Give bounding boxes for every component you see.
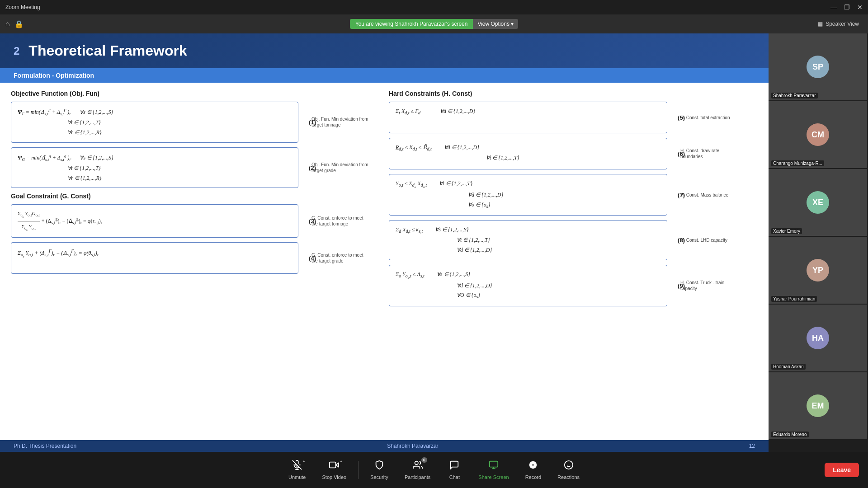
eq-desc-1: Obj. Fun. Min deviation from target tonn… bbox=[311, 116, 370, 128]
hc-formula-box-6: Rd,t ≤ Xd,t ≤ R̄d,t ∀d ∈ {1,2,...,D} ∀t … bbox=[389, 138, 667, 169]
participant-name-2: Charango Munizaga-R... bbox=[771, 160, 824, 166]
participant-name-3: Xavier Emery bbox=[771, 228, 802, 234]
formula-box-2: ΨG = min(Δ̄s,tg + Δs,tg )r ∀s ∈ {1,2,...… bbox=[11, 147, 298, 188]
shield-icon bbox=[374, 460, 384, 473]
hc-formula-box-8: Σd Xd,t ≤ κs,t ∀s ∈ {1,2,...,S} ∀t ∈ {1,… bbox=[389, 220, 667, 260]
slide-right: Hard Constraints (H. Const) Σt Xd,t ≤ Γd… bbox=[389, 90, 758, 433]
top-left-icons: ⌂ 🔒 bbox=[5, 20, 24, 28]
toolbar-divider-1 bbox=[358, 461, 359, 479]
security-button[interactable]: Security bbox=[362, 456, 396, 483]
eq-desc-2: Obj. Fun. Min deviation from target grad… bbox=[311, 162, 370, 174]
chat-button[interactable]: Chat bbox=[439, 456, 470, 483]
leave-button[interactable]: Leave bbox=[825, 463, 859, 477]
participant-sidebar: SP Shahrokh Paravarzar CM Charango Muniz… bbox=[769, 33, 868, 452]
title-bar: Zoom Meeting — ❐ ✕ bbox=[0, 0, 868, 14]
minimize-button[interactable]: — bbox=[830, 4, 837, 11]
share-screen-icon bbox=[489, 460, 499, 473]
stop-video-caret[interactable]: ▲ bbox=[339, 459, 343, 463]
hc-formula-5-wrapper: Σt Xd,t ≤ Γd ∀d ∈ {1,2,...,D} (5) H. Con… bbox=[389, 102, 667, 133]
share-screen-button[interactable]: Share Screen bbox=[470, 456, 517, 483]
slide-body: Objective Function (Obj. Fun) ΨΓ = min(Δ… bbox=[0, 83, 769, 440]
formula-4-wrapper: Σos Yo,t + (Δs,tΓ)r − (Δ̄s,tΓ)r = φ(θs,t… bbox=[11, 242, 298, 274]
formula-4-text: Σos Yo,t + (Δs,tΓ)r − (Δ̄s,tΓ)r = φ(θs,t… bbox=[18, 247, 292, 260]
participant-card-2[interactable]: CM Charango Munizaga-R... bbox=[769, 101, 867, 168]
formula-box-1: ΨΓ = min(Δ̄s,tΓ + Δs,tΓ )r ∀s ∈ {1,2,...… bbox=[11, 102, 298, 143]
participants-label: Participants bbox=[405, 474, 430, 480]
share-screen-label: Share Screen bbox=[478, 474, 509, 480]
window-controls[interactable]: — ❐ ✕ bbox=[830, 4, 863, 11]
hc-formula-8-wrapper: Σd Xd,t ≤ κs,t ∀s ∈ {1,2,...,S} ∀t ∈ {1,… bbox=[389, 220, 667, 260]
svg-point-11 bbox=[564, 461, 572, 469]
hc-formula-9-wrapper: Σo Yos,t ≤ Λs,t ∀s ∈ {1,2,...,S} ∀d ∈ {1… bbox=[389, 265, 667, 306]
slide-footer: Ph.D. Thesis Presentation Shahrokh Parav… bbox=[0, 440, 769, 452]
participant-video-3: XE bbox=[769, 169, 867, 236]
hc-formula-box-7: Yo,t ≤ Σdo Xdo,t ∀t ∈ {1,2,...,T} ∀d ∈ {… bbox=[389, 174, 667, 216]
hc-formula-6-text: Rd,t ≤ Xd,t ≤ R̄d,t ∀d ∈ {1,2,...,D} ∀t … bbox=[396, 143, 660, 163]
close-button[interactable]: ✕ bbox=[857, 4, 863, 11]
formula-box-4: Σos Yo,t + (Δs,tΓ)r − (Δ̄s,tΓ)r = φ(θs,t… bbox=[11, 242, 298, 274]
mic-off-icon: ▲ bbox=[292, 460, 302, 473]
formula-3-wrapper: Σos Yo,tGo,t Σos Yo,t + (Δs,tg)r − (Δ̄s,… bbox=[11, 204, 298, 238]
formula-1-wrapper: ΨΓ = min(Δ̄s,tΓ + Δs,tΓ )r ∀s ∈ {1,2,...… bbox=[11, 102, 298, 143]
hc-formula-9-text: Σo Yos,t ≤ Λs,t ∀s ∈ {1,2,...,S} ∀d ∈ {1… bbox=[396, 270, 660, 301]
record-icon bbox=[528, 460, 538, 473]
participant-name-4: Yashar Pourrahimian bbox=[771, 296, 817, 302]
participants-badge: 6 bbox=[421, 457, 427, 463]
share-banner: You are viewing Shahrokh Paravarzar's sc… bbox=[350, 19, 473, 29]
people-icon: 6 bbox=[413, 460, 423, 473]
speaker-view-label: Speaker View bbox=[826, 21, 859, 27]
chat-icon bbox=[449, 460, 459, 473]
participant-card-4[interactable]: YP Yashar Pourrahimian bbox=[769, 237, 867, 304]
bottom-toolbar: ▲ Unmute ▲ Stop Video Security bbox=[0, 452, 868, 488]
participant-name-1: Shahrokh Paravarzar bbox=[771, 93, 818, 99]
unmute-caret[interactable]: ▲ bbox=[302, 459, 306, 463]
reactions-button[interactable]: Reactions bbox=[549, 456, 588, 483]
hard-constraints-title: Hard Constraints (H. Const) bbox=[389, 90, 758, 97]
speaker-view-icon: ▦ bbox=[818, 21, 823, 27]
stop-video-button[interactable]: ▲ Stop Video bbox=[314, 456, 355, 483]
slide-header: 2 Theoretical Framework bbox=[0, 33, 769, 68]
maximize-button[interactable]: ❐ bbox=[844, 4, 850, 11]
hc-formula-box-9: Σo Yos,t ≤ Λs,t ∀s ∈ {1,2,...,S} ∀d ∈ {1… bbox=[389, 265, 667, 306]
formula-2-wrapper: ΨG = min(Δ̄s,tg + Δs,tg )r ∀s ∈ {1,2,...… bbox=[11, 147, 298, 188]
participant-card-3[interactable]: XE Xavier Emery bbox=[769, 169, 867, 236]
obj-fun-title: Objective Function (Obj. Fun) bbox=[11, 90, 380, 97]
slide-sub-header: Formulation - Optimization bbox=[0, 68, 769, 83]
stop-video-label: Stop Video bbox=[322, 474, 347, 480]
hc-formula-7-text: Yo,t ≤ Σdo Xdo,t ∀t ∈ {1,2,...,T} ∀d ∈ {… bbox=[396, 179, 660, 211]
view-options-button[interactable]: View Options ▾ bbox=[473, 19, 518, 29]
participant-card-6[interactable]: EM Eduardo Moreno bbox=[769, 372, 867, 439]
participant-video-5: HA bbox=[769, 305, 867, 371]
hc-formula-5-text: Σt Xd,t ≤ Γd ∀d ∈ {1,2,...,D} bbox=[396, 107, 660, 117]
eq-desc-4: G. Const. enforce to meet the target gra… bbox=[311, 252, 370, 264]
participant-video-1: SP bbox=[769, 33, 867, 100]
reactions-icon bbox=[564, 460, 574, 473]
participants-button[interactable]: 6 Participants bbox=[396, 456, 439, 483]
record-button[interactable]: Record bbox=[517, 456, 549, 483]
hc-formula-8-text: Σd Xd,t ≤ κs,t ∀s ∈ {1,2,...,S} ∀t ∈ {1,… bbox=[396, 225, 660, 255]
chat-label: Chat bbox=[449, 474, 460, 480]
unmute-label: Unmute bbox=[288, 474, 306, 480]
speaker-view-button[interactable]: ▦ Speaker View bbox=[818, 21, 859, 27]
hc-formula-box-5: Σt Xd,t ≤ Γd ∀d ∈ {1,2,...,D} (5) H. Con… bbox=[389, 102, 667, 133]
svg-rect-4 bbox=[330, 462, 336, 468]
participant-video-2: CM bbox=[769, 101, 867, 168]
hc-eq-desc-7: H. Const. Mass balance bbox=[680, 192, 739, 197]
formula-box-3: Σos Yo,tGo,t Σos Yo,t + (Δs,tg)r − (Δ̄s,… bbox=[11, 204, 298, 238]
participant-video-6: EM bbox=[769, 372, 867, 439]
hc-formula-7-wrapper: Yo,t ≤ Σdo Xdo,t ∀t ∈ {1,2,...,T} ∀d ∈ {… bbox=[389, 174, 667, 216]
zoom-home-icon[interactable]: ⌂ bbox=[5, 20, 10, 28]
participant-card-5[interactable]: HA Hooman Askari bbox=[769, 305, 867, 371]
svg-marker-3 bbox=[336, 463, 339, 467]
hc-eq-desc-8: H. Const. LHD capacity bbox=[680, 237, 739, 243]
formula-2-text: ΨG = min(Δ̄s,tg + Δs,tg )r ∀s ∈ {1,2,...… bbox=[18, 152, 292, 183]
participant-card-1[interactable]: SP Shahrokh Paravarzar bbox=[769, 33, 867, 100]
slide-area: 2 Theoretical Framework Formulation - Op… bbox=[0, 33, 769, 452]
footer-left: Ph.D. Thesis Presentation bbox=[14, 443, 76, 449]
participant-name-6: Eduardo Moreno bbox=[771, 432, 809, 437]
zoom-security-icon[interactable]: 🔒 bbox=[14, 20, 24, 28]
participant-name-5: Hooman Askari bbox=[771, 364, 806, 370]
record-label: Record bbox=[525, 474, 541, 480]
footer-center: Shahrokh Paravarzar bbox=[387, 443, 438, 449]
unmute-button[interactable]: ▲ Unmute bbox=[280, 456, 314, 483]
